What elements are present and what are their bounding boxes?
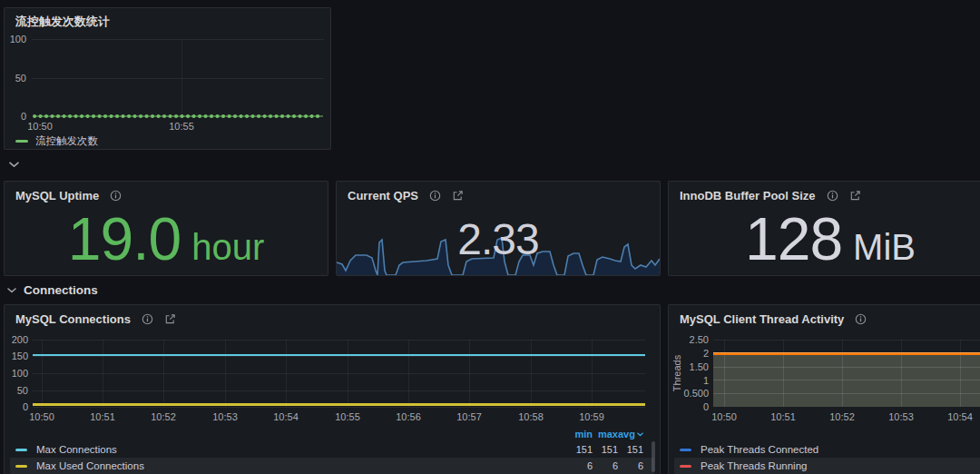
legend-min-value: 6 — [567, 460, 593, 471]
gridline — [163, 340, 164, 407]
legend-min-value: 151 — [567, 444, 593, 455]
info-icon[interactable] — [429, 190, 441, 202]
x-tick: 10:52 — [829, 411, 855, 422]
threads-series-line — [713, 352, 980, 355]
current-qps-panel: Current QPS 2.33 — [336, 181, 661, 276]
legend-row-peak-threads-running[interactable]: Peak Threads Running — [674, 458, 980, 474]
x-tick: 10:57 — [456, 411, 482, 422]
x-tick: 10:54 — [947, 411, 973, 422]
chevron-down-icon — [7, 288, 16, 293]
series-color-dash — [15, 449, 27, 451]
collapsed-row-chevron-icon[interactable] — [9, 162, 19, 168]
sort-caret-icon — [637, 432, 643, 437]
x-tick: 10:53 — [212, 411, 238, 422]
panel-title[interactable]: MySQL Client Thread Activity — [680, 312, 844, 326]
legend-scrollbar[interactable] — [652, 441, 655, 472]
x-tick: 10:55 — [169, 121, 194, 132]
y-tick: 100 — [5, 34, 26, 44]
gridline — [408, 340, 409, 407]
legend-label: Max Connections — [36, 444, 567, 455]
series-color-dash — [680, 449, 691, 451]
info-icon[interactable] — [827, 190, 838, 202]
y-tick: 1.50 — [676, 361, 709, 372]
x-tick: 10:53 — [888, 411, 914, 422]
legend-row-max-used-connections[interactable]: Max Used Connections 6 6 6 — [10, 458, 654, 474]
gridline — [181, 39, 182, 116]
gridline — [33, 390, 645, 391]
x-tick: 10:58 — [518, 411, 544, 422]
mysql-client-thread-activity-panel: MySQL Client Thread Activity Threads 2.5… — [668, 304, 980, 474]
y-tick: 50 — [5, 385, 28, 396]
info-icon[interactable] — [142, 313, 153, 325]
row-title: Connections — [24, 283, 98, 297]
gridline — [286, 340, 287, 407]
external-link-icon[interactable] — [164, 313, 176, 325]
legend-row-peak-threads-connected[interactable]: Peak Threads Connected — [674, 441, 980, 458]
buffer-pool-unit: MiB — [853, 229, 916, 265]
info-icon[interactable] — [855, 313, 867, 325]
panel-title[interactable]: InnoDB Buffer Pool Size — [680, 189, 816, 202]
gridline — [225, 340, 226, 407]
legend-sort-min[interactable]: min — [567, 429, 593, 439]
legend-label: 流控触发次数 — [35, 134, 98, 148]
gridline — [348, 340, 348, 407]
legend-label: Max Used Connections — [36, 460, 567, 471]
gridline — [32, 78, 324, 79]
x-tick: 10:50 — [27, 121, 53, 132]
gridline — [33, 407, 645, 408]
series-color-dash — [680, 465, 691, 468]
legend-sort-avg[interactable]: avg — [618, 429, 643, 439]
uptime-value: 19.0 — [68, 209, 181, 269]
legend-label: Peak Threads Connected — [701, 444, 975, 455]
y-tick: 150 — [5, 351, 28, 361]
gridline — [713, 340, 980, 341]
mysql-connections-panel: MySQL Connections 200 150 100 50 0 10:50… — [4, 304, 661, 474]
external-link-icon[interactable] — [452, 190, 464, 202]
y-tick: 100 — [5, 368, 28, 379]
panel-title[interactable]: MySQL Uptime — [15, 189, 99, 202]
external-link-icon[interactable] — [849, 190, 861, 202]
y-tick: 0.500 — [676, 388, 709, 399]
x-tick: 10:54 — [273, 411, 299, 422]
flow-control-series-line — [32, 113, 326, 120]
y-tick: 0 — [5, 111, 26, 122]
panel-title[interactable]: MySQL Connections — [15, 312, 131, 326]
info-icon[interactable] — [110, 190, 122, 202]
legend-item[interactable]: 流控触发次数 — [15, 134, 98, 148]
gridline — [531, 340, 532, 407]
max-used-connections-line — [33, 403, 645, 406]
uptime-unit: hour — [191, 229, 264, 265]
y-tick: 200 — [5, 334, 28, 345]
gridline — [42, 340, 43, 407]
threads-area-fill — [713, 354, 980, 407]
panel-title[interactable]: 流控触发次数统计 — [15, 14, 110, 30]
legend-avg-value: 6 — [618, 460, 643, 471]
series-color-dash — [15, 140, 28, 143]
x-tick: 10:55 — [335, 411, 360, 422]
gridline — [592, 340, 593, 407]
buffer-pool-value: 128 — [745, 209, 842, 269]
y-tick: 2.50 — [676, 334, 709, 345]
series-color-dash — [15, 465, 27, 468]
gridline — [33, 340, 645, 341]
y-tick: 2 — [676, 348, 709, 359]
legend-avg-value: 151 — [618, 444, 643, 455]
x-tick: 10:52 — [151, 411, 176, 422]
gridline — [103, 340, 103, 407]
y-tick: 50 — [5, 73, 26, 84]
gridline — [469, 340, 470, 407]
gridline — [33, 373, 645, 374]
legend-row-max-connections[interactable]: Max Connections 151 151 151 — [10, 441, 654, 458]
x-tick: 10:59 — [579, 411, 604, 422]
connections-row-toggle[interactable]: Connections — [7, 283, 98, 297]
gridline — [32, 39, 324, 40]
x-tick: 10:51 — [770, 411, 796, 422]
panel-title[interactable]: Current QPS — [348, 189, 418, 202]
gridline — [33, 356, 645, 357]
y-tick: 0 — [676, 401, 709, 412]
max-connections-line — [33, 354, 645, 356]
legend-sort-max[interactable]: max — [593, 429, 618, 439]
y-tick: 0 — [5, 401, 28, 412]
y-tick: 1 — [676, 375, 709, 386]
mysql-uptime-panel: MySQL Uptime 19.0 hour — [4, 181, 328, 276]
